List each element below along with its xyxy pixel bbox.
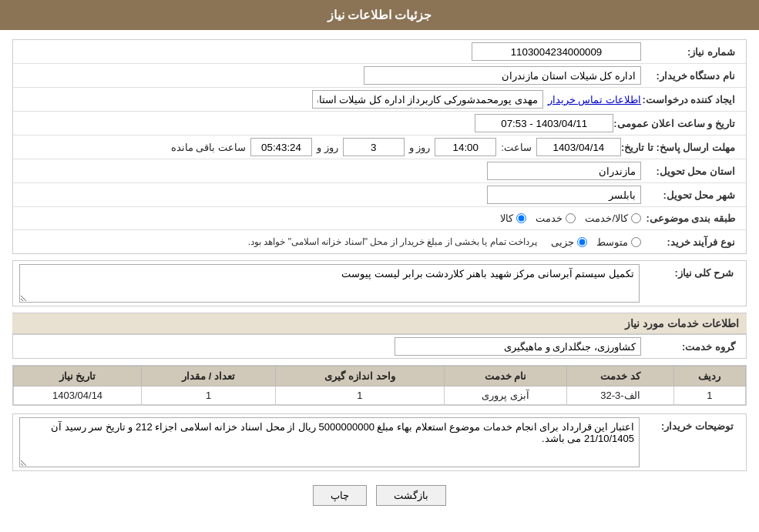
city-input[interactable] [487,186,641,204]
reply-time-input[interactable] [435,138,496,156]
city-row: شهر محل تحویل: [13,183,746,207]
purchase-type-row: نوع فرآیند خرید: متوسط جزیی پرداخت تمام … [13,230,746,253]
col-service-code: کد خدمت [567,366,674,386]
page-header: جزئیات اطلاعات نیاز [0,0,759,30]
category-radio-kala[interactable] [516,213,526,223]
purchase-type-value-cell: متوسط جزیی پرداخت تمام یا بخشی از مبلغ خ… [18,236,641,248]
category-label: طبقه بندی موضوعی: [641,212,741,224]
purchase-type-note: پرداخت تمام یا بخشی از مبلغ خریدار از مح… [248,236,537,247]
buyer-notes-textarea[interactable] [19,417,640,467]
remaining-time-input[interactable] [250,138,312,156]
service-group-value-cell [18,337,641,356]
table-header-row: ردیف کد خدمت نام خدمت واحد اندازه گیری ت… [14,366,746,386]
col-date: تاریخ نیاز [14,366,142,386]
back-button[interactable]: بازگشت [376,485,446,506]
purchase-type-label: نوع فرآیند خرید: [641,236,741,248]
remaining-days-input[interactable] [343,138,405,156]
need-desc-textarea[interactable] [19,264,640,303]
requester-input[interactable] [312,90,543,109]
reply-date-input[interactable] [536,138,621,156]
cell-row-num: 1 [673,386,745,405]
table-row: 1 الف-3-32 آبزی پروری 1 1 1403/04/14 [14,386,746,405]
category-row: طبقه بندی موضوعی: کالا/خدمت خدمت کالا [13,207,746,230]
category-radio-khedmat[interactable] [566,213,576,223]
need-number-row: شماره نیاز: [13,40,746,64]
need-number-label: شماره نیاز: [641,46,741,58]
buyer-org-label: نام دستگاه خریدار: [641,70,741,82]
purchase-type-option-2[interactable]: متوسط [596,236,641,248]
requester-link[interactable]: اطلاعات تماس خریدار [548,94,641,105]
need-number-input[interactable] [472,42,641,61]
buyer-notes-label: توضیحات خریدار: [640,417,740,432]
services-title: اطلاعات خدمات مورد نیاز [12,313,747,334]
province-input[interactable] [487,162,641,180]
remaining-label: روز و [409,142,431,153]
requester-value-cell: اطلاعات تماس خریدار [18,90,641,109]
purchase-type-radio-group: متوسط جزیی [551,236,641,248]
col-row-num: ردیف [673,366,745,386]
category-value-cell: کالا/خدمت خدمت کالا [18,212,641,224]
col-quantity: تعداد / مقدار [142,366,276,386]
reply-deadline-row: مهلت ارسال پاسخ: تا تاریخ: ساعت: روز و ر… [13,136,746,159]
cell-date: 1403/04/14 [14,386,142,405]
reply-deadline-label: مهلت ارسال پاسخ: تا تاریخ: [621,142,741,153]
city-label: شهر محل تحویل: [641,189,741,201]
city-value-cell [18,186,641,204]
buyer-notes-row: توضیحات خریدار: [13,414,746,470]
announce-date-row: تاریخ و ساعت اعلان عمومی: [13,112,746,136]
purchase-type-radio-motavasset[interactable] [631,237,641,247]
page-title: جزئیات اطلاعات نیاز [327,8,432,22]
service-group-row: گروه خدمت: [13,335,746,358]
remaining-days-label: روز و [317,142,338,153]
buyer-notes-value-cell [19,417,640,467]
cell-quantity: 1 [142,386,276,405]
cell-service-code: الف-3-32 [567,386,674,405]
need-number-value-cell [18,42,641,61]
service-group-section: گروه خدمت: [12,334,747,359]
page-wrapper: جزئیات اطلاعات نیاز شماره نیاز: نام دستگ… [0,0,759,532]
buyer-org-input[interactable] [364,66,641,85]
province-row: استان محل تحویل: [13,159,746,183]
service-group-label: گروه خدمت: [641,341,741,353]
cell-unit: 1 [275,386,444,405]
announce-date-input[interactable] [475,114,613,132]
announce-date-value-cell [18,114,613,132]
category-option-1[interactable]: کالا [500,212,526,224]
requester-row: ایجاد کننده درخواست: اطلاعات تماس خریدار [13,88,746,112]
services-table: ردیف کد خدمت نام خدمت واحد اندازه گیری ت… [13,366,746,405]
need-desc-label: شرح کلی نیاز: [640,264,740,279]
main-form-section: شماره نیاز: نام دستگاه خریدار: ایجاد کنن… [12,39,747,254]
requester-label: ایجاد کننده درخواست: [641,94,741,105]
footer-buttons: بازگشت چاپ [12,477,747,517]
content-area: شماره نیاز: نام دستگاه خریدار: ایجاد کنن… [0,30,759,526]
need-desc-value-cell [19,264,640,303]
buyer-notes-section: توضیحات خریدار: [12,413,747,471]
cell-service-name: آبزی پروری [444,386,566,405]
col-service-name: نام خدمت [444,366,566,386]
category-radio-kala-khedmat[interactable] [631,213,641,223]
need-desc-row: شرح کلی نیاز: [13,261,746,306]
purchase-type-option-1[interactable]: جزیی [551,236,587,248]
announce-date-label: تاریخ و ساعت اعلان عمومی: [613,118,741,129]
province-label: استان محل تحویل: [641,166,741,177]
province-value-cell [18,162,641,180]
print-button[interactable]: چاپ [313,485,367,506]
services-table-section: ردیف کد خدمت نام خدمت واحد اندازه گیری ت… [12,365,747,406]
category-option-2[interactable]: خدمت [536,212,576,224]
category-option-3[interactable]: کالا/خدمت [585,212,641,224]
purchase-type-radio-jozi[interactable] [577,237,587,247]
buyer-org-row: نام دستگاه خریدار: [13,64,746,88]
reply-time-label: ساعت: [501,142,532,153]
buyer-org-value-cell [18,66,641,85]
need-desc-section: شرح کلی نیاز: [12,260,747,306]
col-unit: واحد اندازه گیری [275,366,444,386]
reply-deadline-value-cell: ساعت: روز و روز و ساعت باقی مانده [18,138,621,156]
remaining-suffix: ساعت باقی مانده [171,142,246,153]
service-group-input[interactable] [395,337,641,356]
